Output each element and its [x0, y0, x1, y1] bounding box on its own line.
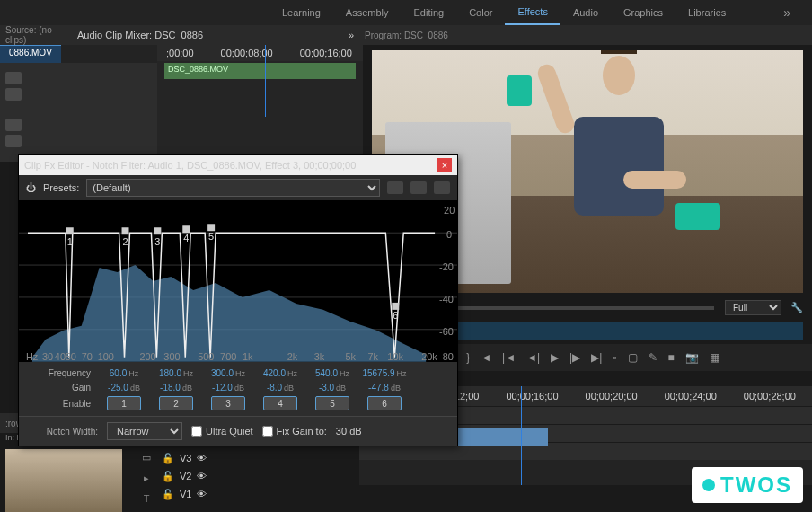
enable-1-button[interactable]: 1 [107, 396, 141, 410]
eye-icon[interactable]: 👁 [197, 489, 207, 499]
enable-6-button[interactable]: 6 [367, 396, 402, 410]
enable-2-button[interactable]: 2 [159, 396, 193, 410]
freq-5-value[interactable]: 540.0 [315, 368, 338, 378]
step-forward-button[interactable]: ▶| [591, 351, 602, 364]
tab-effects[interactable]: Effects [505, 0, 560, 25]
timeline-playhead[interactable] [521, 386, 522, 485]
channel-map-icon[interactable] [434, 181, 450, 194]
enable-4-button[interactable]: 4 [263, 396, 297, 410]
loop-icon[interactable] [5, 72, 22, 84]
safe-margins-button[interactable]: ▦ [710, 351, 719, 364]
notch-width-dropdown[interactable]: Narrow [107, 422, 182, 440]
enable-row: Enable 1 2 3 4 5 6 [19, 394, 457, 412]
wrench-icon[interactable]: 🔧 [790, 302, 803, 313]
tab-editing[interactable]: Editing [402, 0, 457, 25]
svg-text:-60: -60 [439, 326, 454, 337]
svg-rect-12 [122, 227, 129, 234]
notch-filter-chart[interactable]: 20 0 -20 -40 -60 -80 1 2 3 4 5 6 Hz30405… [19, 200, 457, 362]
close-button[interactable]: × [437, 158, 452, 172]
step-back-button[interactable]: |◄ [502, 351, 516, 364]
svg-text:2: 2 [123, 236, 128, 247]
gain-1-value[interactable]: -25.0 [108, 383, 128, 393]
type-tool-icon[interactable]: T [137, 493, 155, 511]
freq-4-value[interactable]: 420.0 [263, 368, 286, 378]
eye-icon[interactable]: 👁 [197, 453, 207, 463]
delete-preset-icon[interactable] [410, 181, 427, 194]
program-panel-header: Program: DSC_0886 [359, 25, 812, 45]
svg-text:6: 6 [393, 310, 398, 321]
freq-2-value[interactable]: 180.0 [159, 368, 181, 378]
svg-rect-20 [392, 303, 399, 310]
tab-libraries[interactable]: Libraries [675, 0, 738, 25]
lock-icon[interactable]: 🔓 [162, 489, 174, 500]
track-header-v1[interactable]: 🔓V1👁 [162, 485, 278, 503]
gain-3-value[interactable]: -12.0 [212, 383, 233, 393]
audio-channel-icons [0, 63, 157, 156]
gain-4-value[interactable]: -8.0 [267, 383, 282, 393]
watermark-logo: TWOS [692, 467, 803, 503]
svg-rect-18 [207, 224, 215, 231]
source-timeline-ruler[interactable]: ;00;00 00;00;08;00 00;00;16;00 [157, 45, 363, 61]
svg-text:200: 200 [139, 351, 155, 362]
playhead-icon[interactable] [265, 45, 266, 117]
play-reverse-button[interactable]: ◄| [526, 351, 540, 364]
svg-text:100: 100 [98, 351, 114, 362]
freq-6-value[interactable]: 15675.9 [362, 368, 394, 378]
fix-gain-checkbox[interactable]: Fix Gain to: [262, 426, 327, 437]
play-forward-button[interactable]: |▶ [569, 351, 580, 364]
svg-text:2k: 2k [287, 351, 298, 362]
logo-dot-icon [702, 479, 715, 491]
svg-text:10k: 10k [387, 351, 403, 362]
lift-button[interactable]: ▢ [628, 351, 638, 364]
tab-learning[interactable]: Learning [269, 0, 333, 25]
tab-assembly[interactable]: Assembly [333, 0, 402, 25]
save-preset-icon[interactable] [387, 181, 403, 194]
zoom-slider[interactable] [431, 306, 714, 310]
gain-5-value[interactable]: -3.0 [319, 383, 334, 393]
camera-icon[interactable]: 📷 [685, 351, 699, 364]
mark-out-button[interactable]: } [466, 351, 470, 364]
track-select-tool-icon[interactable]: ▸ [137, 472, 155, 490]
ultra-quiet-checkbox[interactable]: Ultra Quiet [191, 426, 253, 437]
svg-text:20k: 20k [421, 351, 437, 362]
go-to-out-button[interactable]: ▫ [613, 351, 616, 364]
freq-1-value[interactable]: 60.0 [110, 368, 127, 378]
loop-icon[interactable] [5, 88, 22, 101]
track-header-v2[interactable]: 🔓V2👁 [162, 467, 278, 485]
gain-row: Gain -25.0dB -18.0dB -12.0dB -8.0dB -3.0… [19, 380, 457, 394]
loop-icon[interactable] [5, 135, 22, 147]
tab-graphics[interactable]: Graphics [611, 0, 675, 25]
eye-icon[interactable]: 👁 [197, 471, 207, 481]
fx-title-bar[interactable]: Clip Fx Editor - Notch Filter: Audio 1, … [19, 155, 457, 175]
go-to-in-button[interactable]: ◄ [481, 351, 491, 364]
selection-tool-icon[interactable]: ▭ [137, 452, 155, 470]
svg-text:20: 20 [444, 205, 455, 216]
gain-6-value[interactable]: -47.8 [368, 383, 389, 393]
tab-audio[interactable]: Audio [560, 0, 611, 25]
loop-icon[interactable] [5, 119, 22, 131]
quality-dropdown[interactable]: Full [725, 300, 781, 315]
lock-icon[interactable]: 🔓 [162, 453, 174, 464]
power-icon[interactable]: ⏻ [26, 182, 36, 193]
freq-3-value[interactable]: 300.0 [211, 368, 234, 378]
svg-text:300: 300 [163, 351, 180, 362]
source-clip[interactable]: DSC_0886.MOV [164, 63, 356, 79]
play-button[interactable]: ▶ [551, 351, 559, 364]
preset-dropdown[interactable]: (Default) [86, 179, 380, 197]
source-clip-tab[interactable]: 0886.MOV [0, 45, 61, 63]
extract-button[interactable]: ✎ [649, 351, 658, 364]
enable-3-button[interactable]: 3 [211, 396, 245, 410]
export-frame-button[interactable]: ■ [668, 351, 675, 364]
clip-thumbnail[interactable] [5, 449, 122, 512]
enable-5-button[interactable]: 5 [315, 396, 349, 410]
tab-color[interactable]: Color [456, 0, 505, 25]
svg-text:700: 700 [220, 351, 236, 362]
frequency-row: Frequency 60.0Hz 180.0Hz 300.0Hz 420.0Hz… [19, 366, 457, 380]
gain-2-value[interactable]: -18.0 [160, 383, 181, 393]
svg-text:-20: -20 [439, 261, 454, 272]
overflow-menu-button[interactable]: » [771, 0, 803, 25]
lock-icon[interactable]: 🔓 [162, 471, 174, 482]
svg-text:4: 4 [183, 233, 189, 243]
svg-text:3k: 3k [314, 351, 325, 362]
track-header-v3[interactable]: 🔓V3👁 [162, 449, 278, 467]
